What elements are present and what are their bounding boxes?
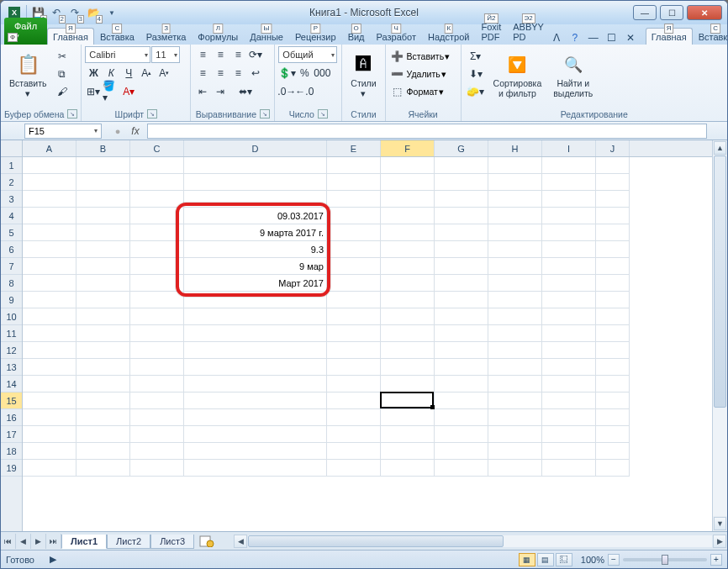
col-header-I[interactable]: I: [542, 140, 596, 156]
cell-A10[interactable]: [23, 308, 76, 325]
cell-E1[interactable]: [327, 157, 381, 174]
cell-J19[interactable]: [596, 460, 630, 477]
cell-B10[interactable]: [76, 308, 130, 325]
cell-I12[interactable]: [542, 342, 596, 359]
percent-button[interactable]: %: [296, 65, 313, 82]
accounting-button[interactable]: 💲▾: [278, 65, 295, 82]
cell-F19[interactable]: [381, 460, 435, 477]
ribbon-tab[interactable]: ABBYY PDЭ2: [507, 18, 550, 45]
row-header-5[interactable]: 5: [1, 224, 22, 241]
zoom-in-button[interactable]: +: [710, 554, 722, 566]
scroll-up[interactable]: ▲: [714, 141, 726, 155]
find-select-button[interactable]: 🔍 Найти и выделить: [548, 46, 598, 103]
zoom-slider[interactable]: [623, 558, 707, 561]
fill-color-button[interactable]: 🪣▾: [103, 83, 119, 100]
cell-C16[interactable]: [130, 409, 184, 426]
col-header-F[interactable]: F: [381, 140, 435, 156]
scroll-down[interactable]: ▼: [714, 517, 726, 530]
cell-I18[interactable]: [542, 443, 596, 460]
font-dialog[interactable]: ↘: [147, 109, 157, 119]
bold-button[interactable]: Ж: [85, 65, 102, 82]
cell-D11[interactable]: [184, 325, 327, 342]
row-header-19[interactable]: 19: [1, 460, 22, 477]
cell-B13[interactable]: [76, 359, 130, 376]
cell-D17[interactable]: [184, 426, 327, 443]
comma-style-button[interactable]: 000: [314, 65, 330, 82]
workbook-max[interactable]: ☐: [605, 31, 619, 45]
cell-D9[interactable]: [184, 292, 327, 308]
cell-G12[interactable]: [435, 342, 488, 359]
font-name-combo[interactable]: Calibri▾: [85, 46, 150, 63]
cell-C2[interactable]: [130, 174, 184, 191]
cell-D19[interactable]: [184, 460, 327, 477]
cell-I6[interactable]: [542, 241, 596, 258]
cell-E4[interactable]: [327, 208, 381, 224]
cell-A18[interactable]: [23, 443, 76, 460]
cell-H5[interactable]: [488, 224, 542, 241]
sheet-tab[interactable]: Лист3: [150, 535, 194, 549]
cell-E7[interactable]: [327, 258, 381, 275]
cell-E16[interactable]: [327, 409, 381, 426]
ribbon-tab[interactable]: РазметкаЗ: [140, 28, 193, 45]
new-sheet-button[interactable]: [198, 535, 216, 548]
cell-D18[interactable]: [184, 443, 327, 460]
ribbon-tab[interactable]: ВставкаС: [94, 28, 140, 45]
ribbon-tab[interactable]: РецензирР: [289, 28, 342, 45]
row-header-12[interactable]: 12: [1, 342, 22, 359]
cell-C7[interactable]: [130, 258, 184, 275]
cell-J9[interactable]: [596, 292, 630, 308]
cell-styles-button[interactable]: 🅰 Стили▾: [346, 46, 381, 103]
cell-E12[interactable]: [327, 342, 381, 359]
cell-C18[interactable]: [130, 443, 184, 460]
cell-D16[interactable]: [184, 409, 327, 426]
decrease-decimal[interactable]: ←.0: [296, 83, 313, 100]
cell-H10[interactable]: [488, 308, 542, 325]
orientation-button[interactable]: ⟳▾: [247, 46, 264, 63]
minimize-ribbon-button[interactable]: ᐱ: [550, 31, 563, 45]
cell-H17[interactable]: [488, 426, 542, 443]
cell-D8[interactable]: Март 2017: [184, 275, 327, 292]
cell-D4[interactable]: 09.03.2017: [184, 208, 327, 224]
cell-J17[interactable]: [596, 426, 630, 443]
cell-C5[interactable]: [130, 224, 184, 241]
cell-G16[interactable]: [435, 409, 488, 426]
cell-A14[interactable]: [23, 376, 76, 393]
fill-button[interactable]: ⬇▾: [465, 66, 487, 82]
cell-C19[interactable]: [130, 460, 184, 477]
row-header-14[interactable]: 14: [1, 376, 22, 393]
qat-customize[interactable]: ▼: [103, 3, 121, 22]
row-header-2[interactable]: 2: [1, 174, 22, 191]
cell-C4[interactable]: [130, 208, 184, 224]
cell-G10[interactable]: [435, 308, 488, 325]
cell-H19[interactable]: [488, 460, 542, 477]
help-button[interactable]: ?: [568, 31, 582, 45]
cell-E2[interactable]: [327, 174, 381, 191]
row-header-1[interactable]: 1: [1, 157, 22, 174]
formula-input[interactable]: [147, 124, 707, 139]
cell-I14[interactable]: [542, 376, 596, 393]
align-bottom[interactable]: ≡: [229, 46, 246, 63]
cell-B17[interactable]: [76, 426, 130, 443]
cell-G3[interactable]: [435, 191, 488, 208]
cell-G14[interactable]: [435, 376, 488, 393]
font-color-button[interactable]: A▾: [120, 83, 137, 100]
cell-J2[interactable]: [596, 174, 630, 191]
cell-E9[interactable]: [327, 292, 381, 308]
ribbon-tab[interactable]: ВидО: [342, 28, 371, 45]
row-header-13[interactable]: 13: [1, 359, 22, 376]
cell-G18[interactable]: [435, 443, 488, 460]
cell-E6[interactable]: [327, 241, 381, 258]
col-header-J[interactable]: J: [596, 140, 630, 156]
page-layout-view-button[interactable]: ▤: [537, 553, 554, 566]
cell-J12[interactable]: [596, 342, 630, 359]
cell-I4[interactable]: [542, 208, 596, 224]
cell-D5[interactable]: 9 марта 2017 г.: [184, 224, 327, 241]
cell-D1[interactable]: [184, 157, 327, 174]
horizontal-scrollbar[interactable]: ◀ ▶: [233, 534, 727, 549]
cell-A19[interactable]: [23, 460, 76, 477]
cell-G6[interactable]: [435, 241, 488, 258]
cell-C14[interactable]: [130, 376, 184, 393]
cell-J7[interactable]: [596, 258, 630, 275]
clipboard-dialog[interactable]: ↘: [67, 109, 77, 119]
cell-C8[interactable]: [130, 275, 184, 292]
